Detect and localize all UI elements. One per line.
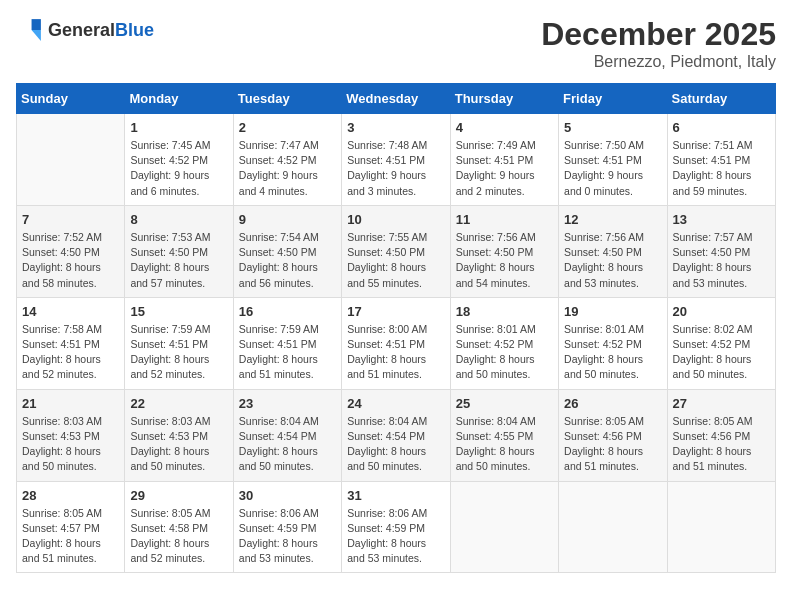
day-number: 6 <box>673 120 770 135</box>
day-info: Sunrise: 7:56 AM Sunset: 4:50 PM Dayligh… <box>564 230 661 291</box>
day-info: Sunrise: 7:49 AM Sunset: 4:51 PM Dayligh… <box>456 138 553 199</box>
day-info: Sunrise: 8:06 AM Sunset: 4:59 PM Dayligh… <box>347 506 444 567</box>
calendar-header: SundayMondayTuesdayWednesdayThursdayFrid… <box>17 84 776 114</box>
calendar-cell: 13Sunrise: 7:57 AM Sunset: 4:50 PM Dayli… <box>667 205 775 297</box>
calendar-cell: 8Sunrise: 7:53 AM Sunset: 4:50 PM Daylig… <box>125 205 233 297</box>
calendar-week-row-4: 28Sunrise: 8:05 AM Sunset: 4:57 PM Dayli… <box>17 481 776 573</box>
day-number: 27 <box>673 396 770 411</box>
day-number: 15 <box>130 304 227 319</box>
weekday-header-wednesday: Wednesday <box>342 84 450 114</box>
day-info: Sunrise: 8:03 AM Sunset: 4:53 PM Dayligh… <box>130 414 227 475</box>
day-info: Sunrise: 8:06 AM Sunset: 4:59 PM Dayligh… <box>239 506 336 567</box>
day-info: Sunrise: 8:01 AM Sunset: 4:52 PM Dayligh… <box>564 322 661 383</box>
day-number: 5 <box>564 120 661 135</box>
calendar-cell: 28Sunrise: 8:05 AM Sunset: 4:57 PM Dayli… <box>17 481 125 573</box>
day-info: Sunrise: 8:02 AM Sunset: 4:52 PM Dayligh… <box>673 322 770 383</box>
calendar-cell: 11Sunrise: 7:56 AM Sunset: 4:50 PM Dayli… <box>450 205 558 297</box>
day-number: 7 <box>22 212 119 227</box>
calendar-table: SundayMondayTuesdayWednesdayThursdayFrid… <box>16 83 776 573</box>
day-info: Sunrise: 8:05 AM Sunset: 4:57 PM Dayligh… <box>22 506 119 567</box>
location-title: Bernezzo, Piedmont, Italy <box>541 53 776 71</box>
calendar-cell: 18Sunrise: 8:01 AM Sunset: 4:52 PM Dayli… <box>450 297 558 389</box>
calendar-cell: 25Sunrise: 8:04 AM Sunset: 4:55 PM Dayli… <box>450 389 558 481</box>
calendar-cell: 24Sunrise: 8:04 AM Sunset: 4:54 PM Dayli… <box>342 389 450 481</box>
day-info: Sunrise: 7:45 AM Sunset: 4:52 PM Dayligh… <box>130 138 227 199</box>
calendar-cell: 2Sunrise: 7:47 AM Sunset: 4:52 PM Daylig… <box>233 114 341 206</box>
day-info: Sunrise: 7:48 AM Sunset: 4:51 PM Dayligh… <box>347 138 444 199</box>
calendar-cell: 14Sunrise: 7:58 AM Sunset: 4:51 PM Dayli… <box>17 297 125 389</box>
day-info: Sunrise: 7:50 AM Sunset: 4:51 PM Dayligh… <box>564 138 661 199</box>
calendar-cell <box>559 481 667 573</box>
day-number: 22 <box>130 396 227 411</box>
day-info: Sunrise: 7:55 AM Sunset: 4:50 PM Dayligh… <box>347 230 444 291</box>
calendar-cell: 20Sunrise: 8:02 AM Sunset: 4:52 PM Dayli… <box>667 297 775 389</box>
day-number: 25 <box>456 396 553 411</box>
calendar-body: 1Sunrise: 7:45 AM Sunset: 4:52 PM Daylig… <box>17 114 776 573</box>
weekday-header-row: SundayMondayTuesdayWednesdayThursdayFrid… <box>17 84 776 114</box>
day-info: Sunrise: 8:04 AM Sunset: 4:54 PM Dayligh… <box>347 414 444 475</box>
page-header: GeneralBlue December 2025 Bernezzo, Pied… <box>16 16 776 71</box>
day-info: Sunrise: 8:03 AM Sunset: 4:53 PM Dayligh… <box>22 414 119 475</box>
day-number: 11 <box>456 212 553 227</box>
day-info: Sunrise: 8:05 AM Sunset: 4:56 PM Dayligh… <box>673 414 770 475</box>
day-number: 13 <box>673 212 770 227</box>
day-info: Sunrise: 8:04 AM Sunset: 4:54 PM Dayligh… <box>239 414 336 475</box>
day-info: Sunrise: 8:04 AM Sunset: 4:55 PM Dayligh… <box>456 414 553 475</box>
day-number: 4 <box>456 120 553 135</box>
title-block: December 2025 Bernezzo, Piedmont, Italy <box>541 16 776 71</box>
day-number: 18 <box>456 304 553 319</box>
day-info: Sunrise: 7:57 AM Sunset: 4:50 PM Dayligh… <box>673 230 770 291</box>
day-number: 24 <box>347 396 444 411</box>
day-number: 9 <box>239 212 336 227</box>
day-number: 30 <box>239 488 336 503</box>
day-info: Sunrise: 7:59 AM Sunset: 4:51 PM Dayligh… <box>130 322 227 383</box>
calendar-week-row-0: 1Sunrise: 7:45 AM Sunset: 4:52 PM Daylig… <box>17 114 776 206</box>
day-number: 14 <box>22 304 119 319</box>
weekday-header-tuesday: Tuesday <box>233 84 341 114</box>
calendar-cell: 4Sunrise: 7:49 AM Sunset: 4:51 PM Daylig… <box>450 114 558 206</box>
day-info: Sunrise: 7:54 AM Sunset: 4:50 PM Dayligh… <box>239 230 336 291</box>
calendar-cell: 12Sunrise: 7:56 AM Sunset: 4:50 PM Dayli… <box>559 205 667 297</box>
day-number: 2 <box>239 120 336 135</box>
calendar-cell: 31Sunrise: 8:06 AM Sunset: 4:59 PM Dayli… <box>342 481 450 573</box>
generalblue-logo-icon <box>16 16 44 44</box>
day-info: Sunrise: 8:05 AM Sunset: 4:58 PM Dayligh… <box>130 506 227 567</box>
day-info: Sunrise: 7:47 AM Sunset: 4:52 PM Dayligh… <box>239 138 336 199</box>
day-info: Sunrise: 7:58 AM Sunset: 4:51 PM Dayligh… <box>22 322 119 383</box>
svg-marker-2 <box>32 30 41 41</box>
calendar-cell <box>667 481 775 573</box>
day-info: Sunrise: 7:56 AM Sunset: 4:50 PM Dayligh… <box>456 230 553 291</box>
calendar-cell: 10Sunrise: 7:55 AM Sunset: 4:50 PM Dayli… <box>342 205 450 297</box>
calendar-cell: 3Sunrise: 7:48 AM Sunset: 4:51 PM Daylig… <box>342 114 450 206</box>
weekday-header-saturday: Saturday <box>667 84 775 114</box>
weekday-header-sunday: Sunday <box>17 84 125 114</box>
day-number: 1 <box>130 120 227 135</box>
calendar-cell: 27Sunrise: 8:05 AM Sunset: 4:56 PM Dayli… <box>667 389 775 481</box>
month-title: December 2025 <box>541 16 776 53</box>
day-number: 21 <box>22 396 119 411</box>
day-number: 28 <box>22 488 119 503</box>
day-info: Sunrise: 7:51 AM Sunset: 4:51 PM Dayligh… <box>673 138 770 199</box>
day-number: 23 <box>239 396 336 411</box>
day-info: Sunrise: 7:53 AM Sunset: 4:50 PM Dayligh… <box>130 230 227 291</box>
logo-blue: Blue <box>115 20 154 40</box>
calendar-cell: 21Sunrise: 8:03 AM Sunset: 4:53 PM Dayli… <box>17 389 125 481</box>
calendar-cell: 5Sunrise: 7:50 AM Sunset: 4:51 PM Daylig… <box>559 114 667 206</box>
calendar-cell <box>450 481 558 573</box>
calendar-cell: 16Sunrise: 7:59 AM Sunset: 4:51 PM Dayli… <box>233 297 341 389</box>
calendar-cell: 1Sunrise: 7:45 AM Sunset: 4:52 PM Daylig… <box>125 114 233 206</box>
weekday-header-monday: Monday <box>125 84 233 114</box>
calendar-cell: 19Sunrise: 8:01 AM Sunset: 4:52 PM Dayli… <box>559 297 667 389</box>
day-number: 10 <box>347 212 444 227</box>
calendar-cell <box>17 114 125 206</box>
calendar-cell: 15Sunrise: 7:59 AM Sunset: 4:51 PM Dayli… <box>125 297 233 389</box>
day-number: 17 <box>347 304 444 319</box>
day-number: 26 <box>564 396 661 411</box>
weekday-header-friday: Friday <box>559 84 667 114</box>
day-info: Sunrise: 7:59 AM Sunset: 4:51 PM Dayligh… <box>239 322 336 383</box>
day-number: 29 <box>130 488 227 503</box>
day-number: 16 <box>239 304 336 319</box>
day-info: Sunrise: 8:00 AM Sunset: 4:51 PM Dayligh… <box>347 322 444 383</box>
day-number: 20 <box>673 304 770 319</box>
day-number: 3 <box>347 120 444 135</box>
